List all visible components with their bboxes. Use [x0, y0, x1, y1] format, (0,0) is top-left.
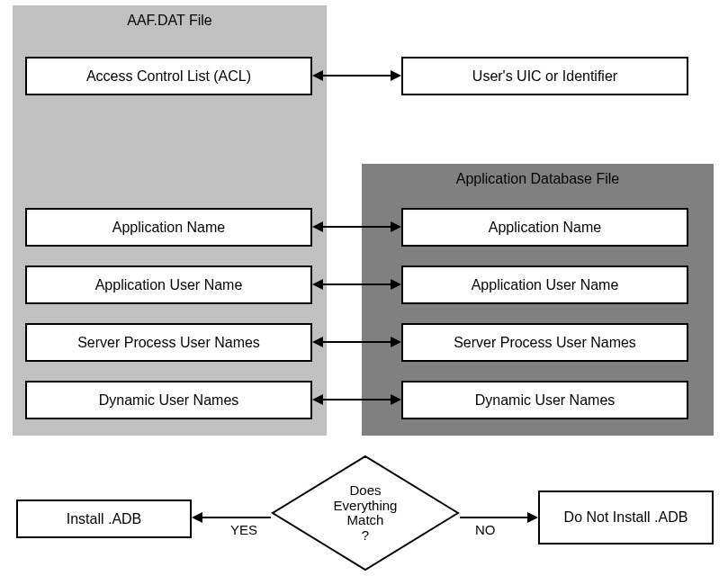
box-no-install: Do Not Install .ADB	[538, 490, 714, 544]
decision-line4: ?	[362, 528, 369, 544]
box-dynamic-left: Dynamic User Names	[25, 381, 312, 419]
label-no: NO	[475, 522, 496, 537]
box-app-name-left: Application Name	[25, 208, 312, 247]
box-app-user-right: Application User Name	[401, 266, 688, 304]
box-acl: Access Control List (ACL)	[25, 57, 312, 95]
arrow-app-user	[314, 284, 400, 285]
decision-diamond: Does Everything Match ?	[271, 454, 460, 572]
decision-line1: Does	[349, 483, 381, 499]
box-app-name-right: Application Name	[401, 208, 688, 247]
box-dynamic-right: Dynamic User Names	[401, 381, 688, 419]
arrow-acl-uic	[314, 75, 400, 76]
decision-line3: Match	[347, 513, 384, 528]
box-install: Install .ADB	[16, 500, 192, 538]
arrow-yes	[193, 517, 271, 518]
box-uic: User's UIC or Identifier	[401, 57, 688, 95]
decision-line2: Everything	[334, 499, 398, 514]
box-server-proc-right: Server Process User Names	[401, 323, 688, 362]
arrow-app-name	[314, 226, 400, 228]
arrow-server-proc	[314, 341, 400, 343]
title-aaf: AAF.DAT File	[13, 13, 327, 29]
arrow-dynamic	[314, 399, 400, 400]
box-app-user-left: Application User Name	[25, 266, 312, 304]
box-server-proc-left: Server Process User Names	[25, 323, 312, 362]
label-yes: YES	[230, 522, 257, 537]
title-adb: Application Database File	[362, 171, 714, 187]
arrow-no	[460, 517, 536, 518]
decision-text: Does Everything Match ?	[271, 454, 460, 572]
